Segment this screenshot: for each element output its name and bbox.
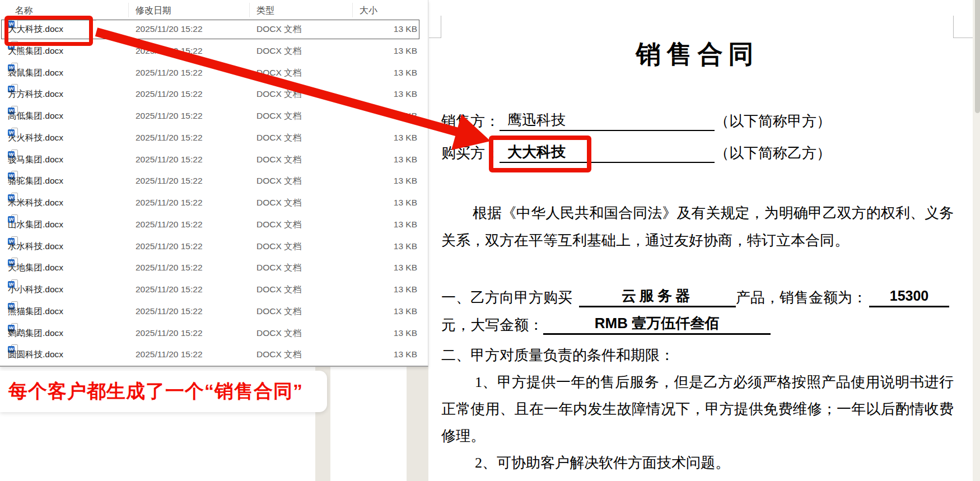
clause2-heading: 二、甲方对质量负责的条件和期限： [441,346,674,365]
column-separator[interactable] [352,3,353,17]
file-name: W天地集团.docx [8,257,128,279]
file-date-modified: 2025/11/20 15:22 [136,18,248,40]
file-size: 13 KB [353,149,417,171]
clause1b-prefix: 元，大写金额： [441,316,543,335]
file-row[interactable]: W熊猫集团.docx2025/11/20 15:22DOCX 文档13 KB [0,301,428,323]
column-header-type[interactable]: 类型 [256,4,274,17]
file-type: DOCX 文档 [256,257,346,279]
file-size: 13 KB [353,344,417,366]
file-type: DOCX 文档 [256,62,346,84]
file-type: DOCX 文档 [256,127,346,149]
file-date-modified: 2025/11/20 15:22 [136,279,248,301]
product-underline: 云服务器 [579,287,736,307]
file-size: 13 KB [353,62,417,84]
callout-panel: 每个客户都生成了一个“销售合同” [0,371,327,412]
file-type: DOCX 文档 [256,149,346,171]
file-row[interactable]: W天地集团.docx2025/11/20 15:22DOCX 文档13 KB [0,257,428,279]
seller-value-underline: 鹰迅科技 [500,111,715,131]
file-date-modified: 2025/11/20 15:22 [136,214,248,236]
clause1-line: 一、乙方向甲方购买 云服务器 产品，销售金额为： 15300 [441,286,954,307]
file-type: DOCX 文档 [256,236,346,258]
file-size: 13 KB [353,18,417,40]
file-type: DOCX 文档 [256,279,346,301]
file-row[interactable]: W骏马集团.docx2025/11/20 15:22DOCX 文档13 KB [0,149,428,171]
file-row[interactable]: W圆圆科技.docx2025/11/20 15:22DOCX 文档13 KB [0,344,428,366]
file-row[interactable]: W鹦鹉集团.docx2025/11/20 15:22DOCX 文档13 KB [0,323,428,344]
file-size: 13 KB [353,279,417,301]
clause2-item1-line2: 正常使用、且在一年内发生故障情况下，甲方提供免费维修；一年以后酌情收费 [441,400,954,419]
background-scrollbar-strip-right [407,367,428,481]
highlight-box-file [4,16,93,46]
file-name: W圆圆科技.docx [8,344,128,366]
clause1-prefix: 一、乙方向甲方购买 [441,288,572,307]
contract-title: 销售合同 [441,40,954,68]
file-size: 13 KB [353,83,417,105]
file-row[interactable]: W水水科技.docx2025/11/20 15:22DOCX 文档13 KB [0,236,428,258]
clause1b-line: 元，大写金额： RMB 壹万伍仟叁佰 [441,314,954,335]
callout-text: 每个客户都生成了一个“销售合同” [8,379,303,404]
clause2-item1-line3: 修理。 [441,427,485,446]
page-corner-mark-left-h [429,38,441,38]
intro-line-1: 根据《中华人民共和国合同法》及有关规定，为明确甲乙双方的权利、义务 [473,204,954,223]
file-row[interactable]: W山水集团.docx2025/11/20 15:22DOCX 文档13 KB [0,214,428,236]
file-date-modified: 2025/11/20 15:22 [136,323,248,344]
file-name: W小小科技.docx [8,279,128,301]
column-header-date[interactable]: 修改日期 [136,4,171,17]
file-name: W水水科技.docx [8,236,128,258]
page-corner-mark-right-h [953,38,973,38]
file-row[interactable]: W火火科技.docx2025/11/20 15:22DOCX 文档13 KB [0,127,428,149]
file-date-modified: 2025/11/20 15:22 [136,105,248,127]
file-size: 13 KB [353,192,417,214]
file-name: W骏马集团.docx [8,149,128,171]
file-date-modified: 2025/11/20 15:22 [136,149,248,171]
file-type: DOCX 文档 [256,214,346,236]
file-row[interactable]: W骆驼集团.docx2025/11/20 15:22DOCX 文档13 KB [0,170,428,192]
file-date-modified: 2025/11/20 15:22 [136,83,248,105]
file-type: DOCX 文档 [256,192,346,214]
column-separator[interactable] [128,3,129,17]
file-name: W方方科技.docx [8,83,128,105]
page-corner-mark-right-v [953,16,954,38]
amount-underline: 15300 [869,286,949,307]
file-size: 13 KB [353,127,417,149]
clause2-item2: 2、可协助客户解决软件方面技术问题。 [475,454,730,473]
file-size: 13 KB [353,257,417,279]
file-name: W鹦鹉集团.docx [8,323,128,344]
file-size: 13 KB [353,105,417,127]
file-type: DOCX 文档 [256,323,346,344]
highlight-box-buyer [489,136,591,172]
file-size: 13 KB [353,236,417,258]
file-row[interactable]: W方方科技.docx2025/11/20 15:22DOCX 文档13 KB [0,83,428,105]
file-type: DOCX 文档 [256,40,346,62]
clause2-item1-line1: 1、甲方提供一年的售后服务，但是乙方必须严格按照产品使用说明书进行 [475,373,954,392]
file-size: 13 KB [353,40,417,62]
file-date-modified: 2025/11/20 15:22 [136,257,248,279]
column-header-size[interactable]: 大小 [360,4,377,17]
column-separator[interactable] [249,3,250,17]
file-row[interactable]: W袋鼠集团.docx2025/11/20 15:22DOCX 文档13 KB [0,62,428,84]
file-type: DOCX 文档 [256,18,346,40]
file-name: W骆驼集团.docx [8,170,128,192]
file-name: W袋鼠集团.docx [8,62,128,84]
file-date-modified: 2025/11/20 15:22 [136,127,248,149]
file-row[interactable]: W高低集团.docx2025/11/20 15:22DOCX 文档13 KB [0,105,428,127]
amount-words-underline: RMB 壹万伍仟叁佰 [543,314,771,335]
product-value: 云服务器 [622,288,693,304]
file-row[interactable]: W米米科技.docx2025/11/20 15:22DOCX 文档13 KB [0,192,428,214]
document-scrollbar-thumb[interactable] [975,0,980,113]
file-size: 13 KB [353,214,417,236]
file-date-modified: 2025/11/20 15:22 [136,301,248,323]
file-type: DOCX 文档 [256,344,346,366]
file-type: DOCX 文档 [256,170,346,192]
file-date-modified: 2025/11/20 15:22 [136,170,248,192]
file-date-modified: 2025/11/20 15:22 [136,344,248,366]
file-row[interactable]: W小小科技.docx2025/11/20 15:22DOCX 文档13 KB [0,279,428,301]
file-date-modified: 2025/11/20 15:22 [136,40,248,62]
file-date-modified: 2025/11/20 15:22 [136,192,248,214]
page-corner-mark-left-v [441,16,441,38]
word-document-page: 销售合同 销售方： 鹰迅科技 （以下简称甲方） 购买方： 大大科技 （以下简称乙… [429,0,980,481]
seller-line: 销售方： 鹰迅科技 （以下简称甲方） [441,111,954,131]
file-name: W火火科技.docx [8,127,128,149]
buyer-suffix: （以下简称乙方） [715,144,831,163]
seller-value: 鹰迅科技 [507,112,566,128]
